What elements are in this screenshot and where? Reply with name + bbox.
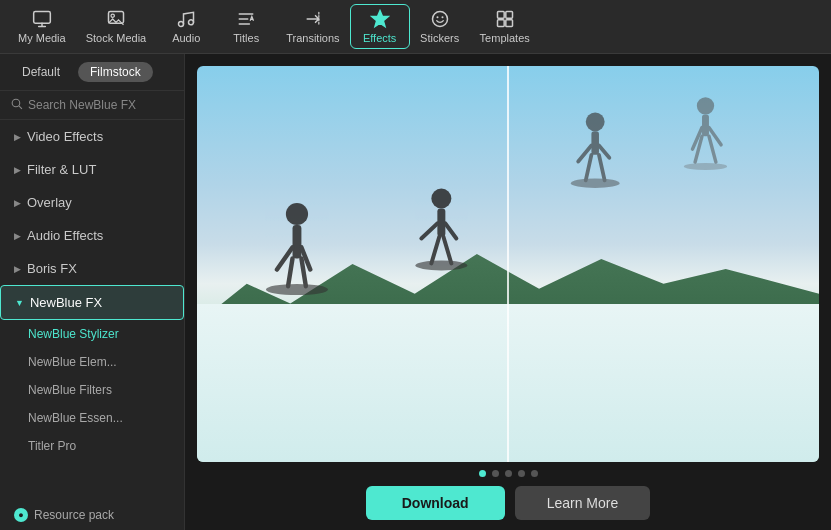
nav-effects[interactable]: Effects — [350, 4, 410, 49]
svg-line-34 — [599, 155, 605, 180]
nav-stock-media[interactable]: Stock Media — [76, 5, 157, 48]
resource-pack-icon: ● — [14, 508, 28, 522]
sidebar-item-audio-effects-label: Audio Effects — [27, 228, 103, 243]
nav-templates-label: Templates — [480, 32, 530, 44]
svg-point-28 — [415, 260, 467, 270]
sidebar-item-video-effects[interactable]: ▶ Video Effects — [0, 120, 184, 153]
dot-3[interactable] — [505, 470, 512, 477]
svg-point-21 — [266, 284, 328, 295]
sidebar-search-row — [0, 91, 184, 120]
svg-rect-0 — [34, 12, 51, 24]
dot-5[interactable] — [531, 470, 538, 477]
svg-rect-12 — [506, 20, 513, 27]
sub-item-newblue-essen[interactable]: NewBlue Essen... — [0, 404, 184, 432]
nav-effects-label: Effects — [363, 32, 396, 44]
sidebar-item-filter-lut[interactable]: ▶ Filter & LUT — [0, 153, 184, 186]
sub-item-titler-pro-label: Titler Pro — [28, 439, 76, 453]
svg-rect-11 — [497, 20, 504, 27]
sidebar-item-filter-lut-label: Filter & LUT — [27, 162, 96, 177]
snowboarders-svg — [197, 66, 819, 462]
sub-item-newblue-stylizer[interactable]: NewBlue Stylizer — [0, 320, 184, 348]
stock-media-icon — [106, 9, 126, 29]
svg-point-4 — [189, 20, 194, 25]
resource-pack-label: Resource pack — [34, 508, 114, 522]
top-nav: My Media Stock Media Audio Titles Transi… — [0, 0, 831, 54]
svg-point-7 — [436, 16, 438, 18]
stickers-icon — [430, 9, 450, 29]
search-icon — [10, 97, 23, 113]
nav-audio-label: Audio — [172, 32, 200, 44]
dot-4[interactable] — [518, 470, 525, 477]
sub-item-newblue-stylizer-label: NewBlue Stylizer — [28, 327, 119, 341]
sidebar-item-audio-effects[interactable]: ▶ Audio Effects — [0, 219, 184, 252]
filter-row: Default Filmstock — [0, 54, 184, 91]
search-input[interactable] — [28, 98, 174, 112]
svg-point-13 — [12, 99, 20, 107]
svg-line-19 — [288, 258, 292, 286]
expand-arrow-audio-effects: ▶ — [14, 231, 21, 241]
expand-arrow-filter-lut: ▶ — [14, 165, 21, 175]
dot-1[interactable] — [479, 470, 486, 477]
sidebar-item-boris-fx[interactable]: ▶ Boris FX — [0, 252, 184, 285]
nav-stickers[interactable]: Stickers — [410, 5, 470, 48]
sidebar-item-overlay-label: Overlay — [27, 195, 72, 210]
nav-stickers-label: Stickers — [420, 32, 459, 44]
nav-my-media-label: My Media — [18, 32, 66, 44]
svg-point-42 — [684, 163, 727, 170]
svg-rect-30 — [591, 131, 599, 155]
svg-point-29 — [586, 112, 605, 131]
nav-audio[interactable]: Audio — [156, 5, 216, 48]
content-area: Download Learn More — [185, 54, 831, 530]
svg-line-25 — [445, 223, 456, 238]
svg-line-14 — [19, 106, 22, 109]
preview-scene — [197, 66, 819, 462]
svg-point-6 — [432, 12, 447, 27]
sub-item-newblue-elem[interactable]: NewBlue Elem... — [0, 348, 184, 376]
action-row: Download Learn More — [366, 486, 650, 520]
sub-item-newblue-essen-label: NewBlue Essen... — [28, 411, 123, 425]
preview-container — [197, 66, 819, 462]
svg-marker-5 — [371, 11, 388, 27]
svg-line-33 — [586, 155, 592, 180]
nav-my-media[interactable]: My Media — [8, 5, 76, 48]
sidebar-item-overlay[interactable]: ▶ Overlay — [0, 186, 184, 219]
learn-more-button[interactable]: Learn More — [515, 486, 651, 520]
dot-2[interactable] — [492, 470, 499, 477]
svg-rect-9 — [497, 12, 504, 19]
sub-item-newblue-filters[interactable]: NewBlue Filters — [0, 376, 184, 404]
nav-transitions-label: Transitions — [286, 32, 339, 44]
nav-stock-media-label: Stock Media — [86, 32, 147, 44]
templates-icon — [495, 9, 515, 29]
nav-titles-label: Titles — [233, 32, 259, 44]
svg-point-35 — [571, 178, 620, 187]
main-layout: Default Filmstock ▶ Video Effects ▶ Filt… — [0, 54, 831, 530]
svg-point-8 — [441, 16, 443, 18]
svg-point-22 — [431, 188, 451, 208]
svg-line-26 — [431, 236, 439, 263]
svg-line-24 — [421, 223, 437, 238]
download-button[interactable]: Download — [366, 486, 505, 520]
nav-transitions[interactable]: Transitions — [276, 5, 349, 48]
expand-arrow-newblue-fx: ▼ — [15, 298, 24, 308]
svg-rect-16 — [293, 225, 302, 258]
svg-point-36 — [697, 97, 714, 114]
resource-pack-item[interactable]: ● Resource pack — [0, 500, 184, 530]
svg-line-41 — [709, 136, 716, 162]
nav-templates[interactable]: Templates — [470, 5, 540, 48]
nav-titles[interactable]: Titles — [216, 5, 276, 48]
svg-point-15 — [286, 203, 308, 225]
svg-line-27 — [443, 236, 451, 263]
expand-arrow-overlay: ▶ — [14, 198, 21, 208]
svg-point-3 — [179, 22, 184, 27]
filter-filmstock-button[interactable]: Filmstock — [78, 62, 153, 82]
sidebar-item-newblue-fx[interactable]: ▼ NewBlue FX — [0, 285, 184, 320]
sub-item-newblue-elem-label: NewBlue Elem... — [28, 355, 117, 369]
sub-item-newblue-filters-label: NewBlue Filters — [28, 383, 112, 397]
filter-default-button[interactable]: Default — [10, 62, 72, 82]
svg-rect-10 — [506, 12, 513, 19]
sub-item-titler-pro[interactable]: Titler Pro — [0, 432, 184, 460]
expand-arrow-video-effects: ▶ — [14, 132, 21, 142]
preview-dots — [479, 470, 538, 477]
sidebar-item-video-effects-label: Video Effects — [27, 129, 103, 144]
expand-arrow-boris-fx: ▶ — [14, 264, 21, 274]
